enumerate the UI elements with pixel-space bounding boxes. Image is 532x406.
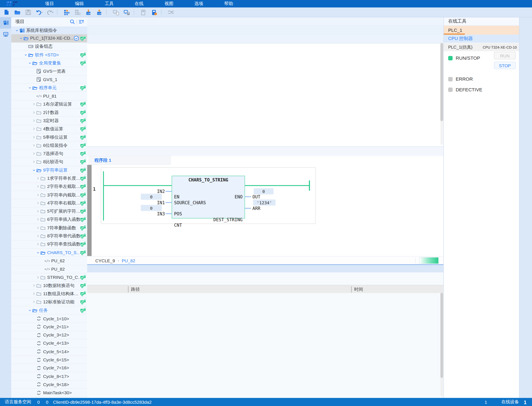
tree-item-Cycle_7-16-[interactable]: Cycle_7<16> (11, 364, 87, 372)
fbd-canvas[interactable]: 1 CHARS_TO_STRING EN ENO (87, 165, 443, 256)
pin-eno[interactable]: ENO (235, 194, 243, 199)
save-button[interactable] (24, 8, 32, 16)
chevron-down-icon[interactable] (28, 61, 32, 65)
compare-button[interactable] (166, 8, 175, 16)
chevron-down-icon[interactable] (19, 36, 23, 40)
tree-item-10数据转换语句[interactable]: 10数据转换语句 (11, 282, 87, 290)
menu-编辑[interactable]: 编辑 (65, 0, 94, 7)
tree-item-Cycle_9-18-[interactable]: Cycle_9<18> (11, 380, 87, 389)
upload-from-device-button[interactable]: 1100 (95, 8, 103, 16)
menu-帮助[interactable]: 帮助 (214, 0, 243, 7)
tree-item-软件-STD-[interactable]: 软件 <STD> (11, 51, 87, 59)
sort-icon[interactable] (78, 18, 85, 26)
notifications[interactable]: 1 (483, 399, 487, 405)
tree-item-GVS_1[interactable]: GVS_1 (11, 76, 87, 84)
chevron-right-icon[interactable] (36, 185, 40, 188)
tree-item-3字符串内截取-[interactable]: 3字符串内截取… (11, 191, 87, 199)
tree-item-9字符串查找函数[interactable]: 9字符串查找函数 (11, 240, 87, 249)
tree-item-5可扩展的字符-[interactable]: 5可扩展的字符… (11, 207, 87, 216)
device-button[interactable] (139, 8, 147, 16)
tree-item-Cycle_6-15-[interactable]: Cycle_6<15> (11, 356, 87, 364)
tree-item-Cycle_5-14-[interactable]: Cycle_5<14> (11, 348, 87, 356)
chevron-right-icon[interactable] (32, 102, 36, 106)
chevron-right-icon[interactable] (32, 160, 36, 164)
tree-item-3定时器[interactable]: 3定时器 (11, 117, 87, 125)
open-folder-button[interactable] (13, 8, 22, 16)
pin-source-chars[interactable]: SOURCE_CHARS (174, 200, 206, 205)
tree-item-7符串删除函数[interactable]: 7符串删除函数 (11, 224, 87, 232)
scrollbar-thumb[interactable] (440, 293, 443, 378)
chevron-right-icon[interactable] (36, 209, 40, 213)
tree-item-STRING_TO_C-[interactable]: STRING_TO_C… (11, 273, 87, 282)
chevron-right-icon[interactable] (36, 275, 40, 279)
chevron-right-icon[interactable] (32, 283, 36, 287)
chevron-right-icon[interactable] (36, 193, 40, 197)
chevron-down-icon[interactable] (15, 28, 19, 32)
tree-item-4字符串右截取-[interactable]: 4字符串右截取… (11, 199, 87, 207)
chevron-right-icon[interactable] (32, 300, 36, 304)
chevron-right-icon[interactable] (32, 152, 36, 156)
operand-in2[interactable]: IN2 (143, 189, 165, 194)
stop-button[interactable]: STOP (494, 62, 516, 69)
tree-item-Cycle_1-10-[interactable]: Cycle_1<10> (11, 315, 87, 323)
operand-in1[interactable]: IN1 (143, 200, 165, 205)
undo-button[interactable]: ▾ (35, 8, 43, 16)
tree-item-任务[interactable]: 任务 (11, 306, 87, 314)
pin-dest-string[interactable]: DEST_STRING (213, 217, 242, 222)
tree-item-PU_81[interactable]: </>PU_81 (11, 92, 87, 100)
chevron-right-icon[interactable] (32, 110, 36, 114)
tree-item-程序单元[interactable]: 程序单元 (11, 84, 87, 92)
breadcrumb-parent[interactable]: CYCLE_9 (95, 258, 115, 263)
chevron-right-icon[interactable] (32, 119, 36, 123)
tree-item-Cycle_8-17-[interactable]: Cycle_8<17> (11, 372, 87, 380)
tree-item-6字符串插入函数[interactable]: 6字符串插入函数 (11, 216, 87, 224)
tree-item-CHARS_TO_S-[interactable]: CHARS_TO_S… (11, 249, 87, 257)
tree-item-PU_82[interactable]: </>PU_82 (11, 265, 87, 273)
tree-item-2字符串左截取-[interactable]: 2字符串左截取… (11, 183, 87, 191)
error-counter[interactable]: 0 (36, 399, 40, 405)
chevron-right-icon[interactable] (36, 218, 40, 222)
tree-item-Cycle_3-12-[interactable]: Cycle_3<12> (11, 331, 87, 339)
tree-item-1求字符串长度-[interactable]: 1求字符串长度… (11, 174, 87, 183)
chevron-right-icon[interactable] (32, 127, 36, 131)
tree-item-6位组装指令[interactable]: 6位组装指令 (11, 141, 87, 150)
tree-item-PLC_1-T324-XE-CD-[interactable]: PLC_1[T324-XE-CD… (11, 34, 87, 43)
pin-en[interactable]: EN (174, 194, 179, 199)
redo-button[interactable]: ▾ (45, 8, 54, 16)
chevron-down-icon[interactable] (32, 168, 36, 172)
function-block[interactable]: CHARS_TO_STRING EN ENO SOURCE_CHARS POS … (172, 176, 245, 218)
tree-item-8字符串替代函数[interactable]: 8字符串替代函数 (11, 232, 87, 240)
menu-选项[interactable]: 选项 (184, 0, 214, 7)
tree-item-Cycle_4-13-[interactable]: Cycle_4<13> (11, 339, 87, 348)
connect-button[interactable] (111, 8, 120, 16)
dropdown-caret-icon[interactable]: ▾ (41, 11, 43, 14)
tree-item-12标准验证功能[interactable]: 12标准验证功能 (11, 298, 87, 306)
chevron-down-icon[interactable] (36, 251, 40, 254)
scrollbar-thumb[interactable] (440, 43, 443, 121)
operand-out[interactable]: OUT (253, 194, 273, 199)
tree-item-11数组及结构体-[interactable]: 11数组及结构体… (11, 290, 87, 298)
network-title[interactable]: 程序段 1 (89, 156, 171, 165)
chevron-right-icon[interactable] (32, 292, 36, 296)
chevron-right-icon[interactable] (36, 176, 40, 180)
menu-工具[interactable]: 工具 (94, 0, 124, 7)
chevron-right-icon[interactable] (36, 226, 40, 230)
tree-item-Cycle_2-11-[interactable]: Cycle_2<11> (11, 323, 87, 331)
chevron-right-icon[interactable] (36, 242, 40, 246)
menu-项目[interactable]: 项目 (35, 0, 64, 7)
activity-network-device[interactable] (0, 29, 11, 40)
compile-all-button[interactable] (73, 8, 82, 16)
tree-item-5串移位运算[interactable]: 5串移位运算 (11, 133, 87, 141)
chevron-down-icon[interactable] (28, 86, 32, 90)
activity-library[interactable] (0, 17, 11, 29)
tree-item-9字符串运算[interactable]: 9字符串运算 (11, 166, 87, 174)
chevron-right-icon[interactable] (32, 135, 36, 139)
pin-cnt[interactable]: CNT (174, 223, 182, 227)
tree-item-PU_62[interactable]: </>PU_62 (11, 257, 87, 265)
vertical-scrollbar[interactable] (440, 293, 443, 396)
tree-item-系统库初级指令[interactable]: 系统库初级指令 (11, 26, 87, 34)
run-button[interactable]: RUN (494, 52, 516, 59)
cpu-controller-section[interactable]: CPU 控制器 (444, 35, 519, 43)
operand-arr[interactable]: ARR (253, 206, 273, 211)
menu-视图[interactable]: 视图 (154, 0, 184, 7)
